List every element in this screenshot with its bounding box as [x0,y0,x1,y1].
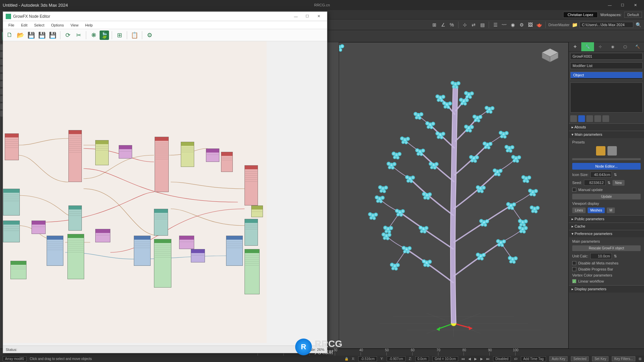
setkey-button[interactable]: Set Key [592,356,608,361]
node-modifier-1[interactable] [32,221,46,234]
node-mesh-3[interactable] [154,239,171,288]
m-button[interactable]: M [607,207,615,213]
snap-angle-icon[interactable]: ∠ [439,21,447,28]
search-icon[interactable]: 🔍 [635,21,642,28]
node-modifier-4[interactable] [179,236,194,249]
node-path-3[interactable] [68,205,82,231]
display-tab[interactable]: 🖵 [619,42,631,51]
make-unique-icon[interactable] [586,115,593,122]
lines-button[interactable]: Lines [572,207,586,213]
spinner-arrows-icon[interactable]: ⇅ [607,181,610,185]
goto-start-icon[interactable]: ⏮ [462,357,465,361]
node-distributor-3[interactable] [155,137,169,192]
show-end-result-icon[interactable] [578,115,585,122]
utilities-tab[interactable]: 🔨 [632,42,644,51]
selected-button[interactable]: Selected [571,356,589,361]
render-icon[interactable]: 🫖 [535,21,543,28]
node-affect-1[interactable] [95,140,109,165]
refresh-icon[interactable]: ⟳ [63,31,72,40]
node-affect-2[interactable] [181,142,194,167]
folder-icon[interactable]: 📁 [571,21,578,28]
linear-workflow-checkbox[interactable]: ✓ [572,279,576,283]
modify-tab[interactable]: 🔧 [581,42,594,51]
modifier-stack[interactable] [570,82,643,113]
leaf-mode-icon[interactable]: 🍃 [100,31,109,40]
section-display-parameters[interactable]: ▸ Display parameters [569,286,644,293]
node-mesh-2[interactable] [67,234,84,279]
section-main-parameters[interactable]: ▾ Main parameters [569,131,644,138]
project-path-field[interactable] [580,22,633,28]
layout-icon[interactable]: ⊞ [115,31,124,40]
minimize-button[interactable]: — [604,1,616,9]
dialog-minimize-button[interactable]: — [290,13,302,20]
node-distributor-5[interactable] [245,165,258,205]
prev-frame-icon[interactable]: ◀ [468,357,471,361]
growfx-node-editor-dialog[interactable]: GrowFX Node Editor — ☐ ✕ File Edit Selec… [3,11,327,353]
node-path-5[interactable] [245,219,258,246]
spinner-arrows-icon[interactable]: ⇅ [614,173,617,177]
create-tab[interactable]: ✚ [569,42,581,51]
keyfilters-button[interactable]: Key Filters... [612,356,635,361]
dialog-menu-options[interactable]: Options [48,22,67,28]
user-login[interactable]: Christian Lopez [563,12,597,18]
node-distributor-4[interactable] [221,152,233,172]
snap-icon[interactable]: ⊞ [431,21,438,28]
node-mesh-1[interactable] [10,261,26,279]
cut-icon[interactable]: ✂ [74,31,83,40]
seed-new-button[interactable]: New [612,180,625,186]
goto-end-icon[interactable]: ⏭ [486,357,490,361]
node-distributor-1[interactable] [5,133,19,160]
modifier-list[interactable]: Object [570,72,643,80]
node-param-1[interactable] [191,249,205,262]
maximize-button[interactable]: ☐ [616,1,629,9]
save-all-icon[interactable]: 💾 [48,31,57,40]
node-canvas[interactable] [3,41,267,343]
configure-sets-icon[interactable] [602,115,609,122]
node-path-4[interactable] [154,209,168,236]
seed-spinner[interactable]: 8233612 [584,180,605,186]
node-direction-1[interactable] [47,236,63,266]
dialog-close-button[interactable]: ✕ [313,13,324,20]
disable-meta-checkbox[interactable] [572,261,576,265]
y-coord-field[interactable]: -0.907cm [387,356,406,361]
node-distributor-2[interactable] [68,130,82,182]
x-coord-field[interactable]: -0.516cm [358,356,377,361]
curve-icon[interactable]: 〰 [500,21,508,28]
manual-update-checkbox[interactable] [572,188,576,192]
rescale-button[interactable]: Rescale GrowFX object [572,245,641,251]
motion-tab[interactable]: ◉ [606,42,619,51]
new-file-icon[interactable]: 🗋 [5,31,14,40]
mirror-icon[interactable]: ⇄ [470,21,477,28]
save-preset-icon[interactable] [607,146,617,156]
icon-size-spinner[interactable]: 40.643cm [590,172,612,178]
close-button[interactable]: ✕ [629,1,641,9]
section-preference-parameters[interactable]: ▾ Preference parameters [569,230,644,237]
pin-stack-icon[interactable] [570,115,577,122]
render-frame-icon[interactable]: 🖼 [527,21,534,28]
axis-icon[interactable]: ⊹ [461,21,469,28]
disable-progress-checkbox[interactable] [572,267,576,271]
params-icon[interactable]: 📋 [130,31,139,40]
save-as-icon[interactable]: 💾 [37,31,47,40]
meshes-button[interactable]: Meshes [588,207,605,213]
node-modifier-3[interactable] [119,145,132,159]
lock-icon[interactable]: 🔒 [344,357,348,361]
modifier-item-object[interactable]: Object [571,72,642,78]
settings-icon[interactable]: ⚙ [145,31,154,40]
dialog-menu-view[interactable]: View [67,22,82,28]
dialog-maximize-button[interactable]: ☐ [302,13,313,20]
section-abouts[interactable]: ▸ Abouts [569,124,644,131]
node-direction-3[interactable] [226,236,243,266]
render-setup-icon[interactable]: ⚙ [518,21,525,28]
object-name-field[interactable] [570,53,643,60]
dialog-menu-select[interactable]: Select [31,22,48,28]
section-cache[interactable]: ▸ Cache [569,223,644,230]
node-mesh-4[interactable] [245,249,260,294]
spinner-arrows-icon[interactable]: ⇅ [614,254,617,258]
dialog-menu-file[interactable]: File [5,22,18,28]
modifier-list-dropdown[interactable]: Modifier List [570,62,643,69]
dialog-menu-help[interactable]: Help [82,22,96,28]
remove-modifier-icon[interactable] [594,115,601,122]
align-icon[interactable]: ▤ [479,21,486,28]
open-file-icon[interactable]: 📂 [16,31,25,40]
